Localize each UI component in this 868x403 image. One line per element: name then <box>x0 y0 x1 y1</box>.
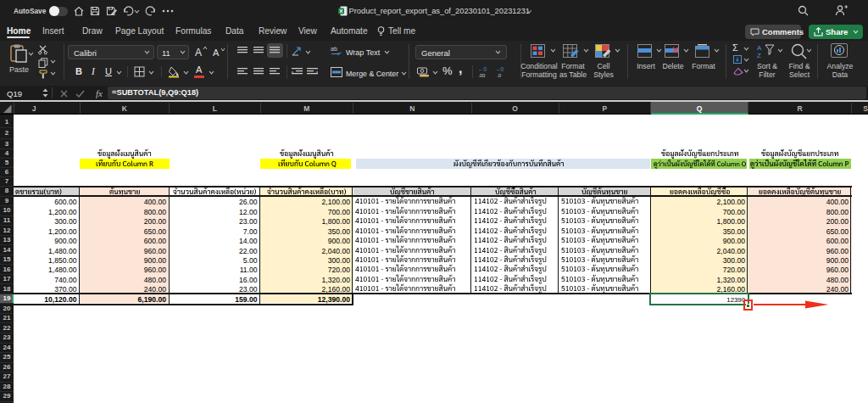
svg-text:A: A <box>757 44 762 52</box>
svg-text:ab: ab <box>331 46 337 52</box>
svg-text:.0: .0 <box>497 73 502 78</box>
svg-text:.00: .00 <box>478 73 486 78</box>
svg-text:→0: →0 <box>495 66 504 72</box>
svg-text:←0: ←0 <box>478 66 487 72</box>
svg-text:Z: Z <box>757 52 761 59</box>
